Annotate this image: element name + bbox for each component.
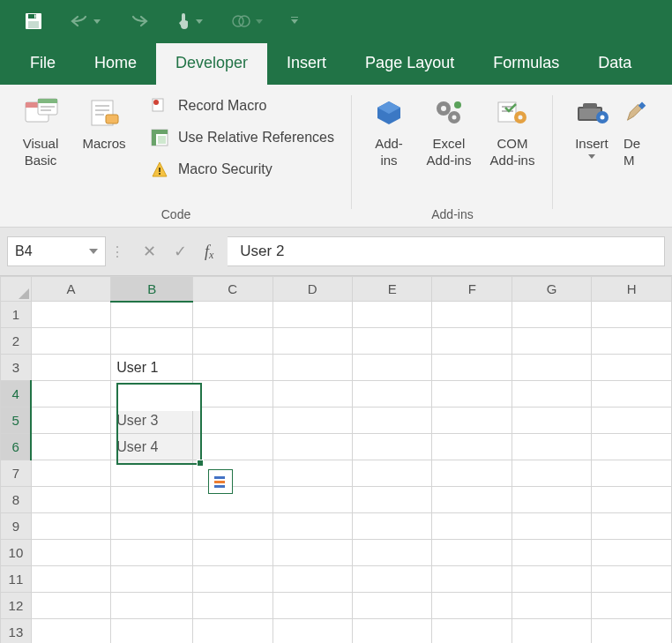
cell-A7[interactable] — [31, 460, 111, 487]
cell-G11[interactable] — [511, 566, 591, 593]
cell-C1[interactable] — [193, 302, 273, 328]
cell-D5[interactable] — [273, 407, 352, 434]
cell-B13[interactable] — [111, 619, 193, 644]
cell-A3[interactable] — [31, 355, 111, 381]
cell-G4[interactable] — [511, 381, 591, 407]
cell-E4[interactable] — [352, 381, 431, 407]
fx-icon[interactable]: fx — [205, 243, 213, 261]
cell-A11[interactable] — [31, 566, 111, 593]
cell-B7[interactable] — [111, 460, 193, 487]
cell-F9[interactable] — [432, 513, 511, 540]
chevron-down-icon[interactable] — [89, 249, 98, 254]
cell-B6[interactable]: User 4 — [111, 434, 193, 460]
tab-file[interactable]: File — [0, 43, 75, 85]
addins-button[interactable]: Add- ins — [362, 92, 415, 169]
cell-E9[interactable] — [352, 513, 431, 540]
cell-B4[interactable]: User 2 — [111, 381, 193, 407]
cell-F6[interactable] — [432, 434, 511, 460]
cell-E5[interactable] — [352, 407, 431, 434]
save-icon[interactable] — [25, 12, 42, 30]
cell-F12[interactable] — [432, 593, 511, 619]
cell-G1[interactable] — [511, 302, 591, 328]
worksheet-grid[interactable]: A B C D E F G H 1 2 3User 1 4User 2 5Use… — [0, 276, 672, 643]
cell-D9[interactable] — [273, 513, 352, 540]
cell-A4[interactable] — [31, 381, 111, 407]
cell-G8[interactable] — [511, 487, 591, 513]
cell-G5[interactable] — [511, 407, 591, 434]
customize-qat-icon[interactable] — [291, 12, 298, 30]
cell-E1[interactable] — [352, 302, 431, 328]
tab-developer[interactable]: Developer — [156, 43, 267, 85]
cell-D13[interactable] — [273, 619, 352, 644]
cell-D1[interactable] — [273, 302, 352, 328]
row-header-1[interactable]: 1 — [1, 302, 32, 328]
col-header-B[interactable]: B — [111, 277, 193, 302]
optimize-icon[interactable] — [231, 12, 263, 30]
select-all-corner[interactable] — [1, 277, 32, 302]
cell-C3[interactable] — [193, 355, 273, 381]
cell-G12[interactable] — [511, 593, 591, 619]
cell-G2[interactable] — [511, 328, 591, 355]
redo-icon[interactable] — [129, 12, 148, 30]
cell-H9[interactable] — [592, 513, 672, 540]
excel-addins-button[interactable]: Excel Add-ins — [419, 92, 479, 169]
cell-D8[interactable] — [273, 487, 352, 513]
touch-mode-icon[interactable] — [176, 12, 203, 30]
col-header-H[interactable]: H — [592, 277, 672, 302]
name-box[interactable] — [7, 236, 106, 266]
cell-F1[interactable] — [432, 302, 511, 328]
record-macro-button[interactable]: Record Macro — [145, 93, 340, 118]
cell-H12[interactable] — [592, 593, 672, 619]
tab-insert[interactable]: Insert — [267, 43, 346, 85]
row-header-13[interactable]: 13 — [1, 619, 32, 644]
col-header-F[interactable]: F — [432, 277, 511, 302]
cell-D4[interactable] — [273, 381, 352, 407]
cell-F4[interactable] — [432, 381, 511, 407]
cell-F3[interactable] — [432, 355, 511, 381]
row-header-4[interactable]: 4 — [1, 381, 32, 407]
cell-E7[interactable] — [352, 460, 431, 487]
cancel-icon[interactable]: ✕ — [143, 242, 156, 261]
cell-H10[interactable] — [592, 540, 672, 566]
cell-H4[interactable] — [592, 381, 672, 407]
cell-B9[interactable] — [111, 513, 193, 540]
cell-F13[interactable] — [432, 619, 511, 644]
col-header-A[interactable]: A — [31, 277, 111, 302]
enter-icon[interactable]: ✓ — [174, 242, 187, 261]
cell-A12[interactable] — [31, 593, 111, 619]
undo-icon[interactable] — [71, 12, 101, 30]
cell-E6[interactable] — [352, 434, 431, 460]
cell-B2[interactable] — [111, 328, 193, 355]
row-header-3[interactable]: 3 — [1, 355, 32, 381]
cell-C12[interactable] — [193, 593, 273, 619]
cell-H1[interactable] — [592, 302, 672, 328]
cell-A10[interactable] — [31, 540, 111, 566]
formula-input[interactable] — [228, 236, 665, 266]
cell-E3[interactable] — [352, 355, 431, 381]
row-header-9[interactable]: 9 — [1, 513, 32, 540]
cell-G6[interactable] — [511, 434, 591, 460]
row-header-6[interactable]: 6 — [1, 434, 32, 460]
cell-D6[interactable] — [273, 434, 352, 460]
cell-H2[interactable] — [592, 328, 672, 355]
cell-A9[interactable] — [31, 513, 111, 540]
cell-F8[interactable] — [432, 487, 511, 513]
com-addins-button[interactable]: COM Add-ins — [482, 92, 542, 169]
cell-F11[interactable] — [432, 566, 511, 593]
cell-B1[interactable] — [111, 302, 193, 328]
cell-D3[interactable] — [273, 355, 352, 381]
cell-D12[interactable] — [273, 593, 352, 619]
cell-C6[interactable] — [193, 434, 273, 460]
cell-H5[interactable] — [592, 407, 672, 434]
tab-formulas[interactable]: Formulas — [474, 43, 579, 85]
cell-D7[interactable] — [273, 460, 352, 487]
cell-E10[interactable] — [352, 540, 431, 566]
col-header-D[interactable]: D — [273, 277, 352, 302]
cell-C11[interactable] — [193, 566, 273, 593]
visual-basic-button[interactable]: Visual Basic — [11, 92, 71, 182]
cell-C4[interactable] — [193, 381, 273, 407]
cell-G10[interactable] — [511, 540, 591, 566]
cell-H6[interactable] — [592, 434, 672, 460]
design-mode-button[interactable]: De M — [623, 92, 653, 169]
row-header-7[interactable]: 7 — [1, 460, 32, 487]
